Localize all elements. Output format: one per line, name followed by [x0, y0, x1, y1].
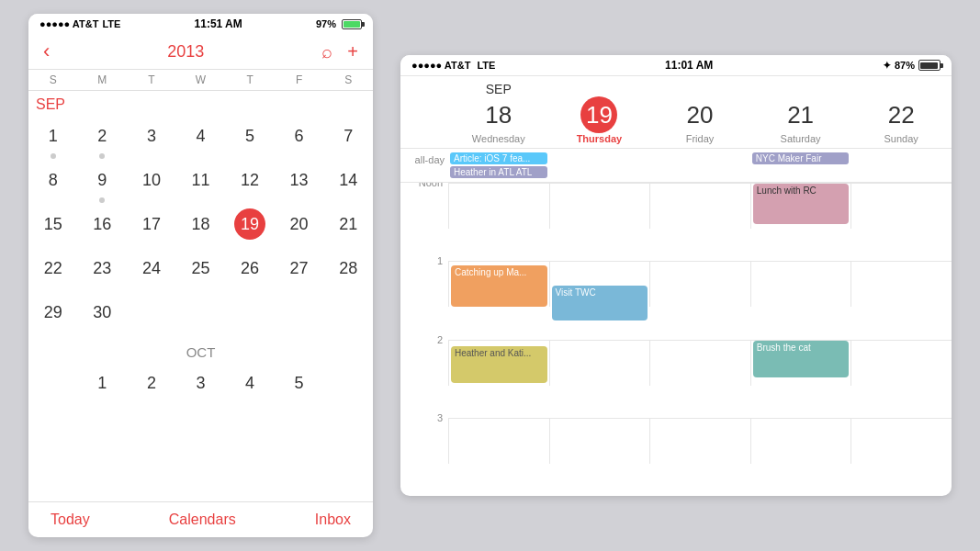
day-cell[interactable]: 4: [176, 118, 226, 163]
week-days-header: SEP 18 Wednesday 19 Thursday 20 Friday 2…: [400, 76, 952, 149]
day-cell-empty: [275, 295, 324, 339]
day-cell[interactable]: 20: [275, 207, 324, 251]
day-cell[interactable]: 28: [323, 251, 373, 295]
time-cell-wed-noon[interactable]: [448, 183, 549, 229]
day-cell[interactable]: 5: [275, 365, 324, 410]
time-cell-thu-noon[interactable]: [549, 183, 650, 229]
search-icon[interactable]: ⌕: [321, 41, 332, 62]
battery-fill-left: [344, 21, 360, 28]
event-visit-twc[interactable]: Visit TWC: [552, 286, 648, 320]
week-day-col-21[interactable]: 21 Saturday: [750, 76, 851, 148]
day-cell[interactable]: 6: [275, 118, 324, 163]
add-event-icon[interactable]: +: [347, 41, 358, 62]
allday-event-ios7[interactable]: Article: iOS 7 fea...: [450, 152, 547, 164]
day-cell[interactable]: 1: [28, 118, 78, 163]
day-cell[interactable]: 9: [78, 163, 128, 207]
day-cell[interactable]: 26: [225, 251, 275, 295]
time-cell-wed-3[interactable]: [448, 418, 549, 464]
day-number: 17: [136, 208, 167, 240]
day-cell[interactable]: 14: [323, 163, 373, 207]
time-label-3: 3: [400, 418, 448, 464]
day-cell[interactable]: 3: [127, 118, 176, 163]
time-cell-sat-3[interactable]: [750, 418, 851, 464]
day-cell[interactable]: 27: [275, 251, 324, 295]
allday-thu: [549, 151, 650, 154]
time-cell-sat-1[interactable]: [750, 261, 851, 307]
day-cell[interactable]: 3: [176, 365, 226, 410]
day-cell[interactable]: 10: [127, 163, 176, 207]
event-catching-up[interactable]: Catching up Ma...: [451, 265, 547, 307]
calendars-button[interactable]: Calendars: [169, 512, 236, 528]
today-button[interactable]: Today: [51, 512, 90, 528]
day-cell[interactable]: 22: [28, 251, 78, 295]
day-number: 22: [38, 253, 69, 284]
time-cell-sat-2[interactable]: Brush the cat: [750, 340, 851, 386]
day-number: 25: [185, 253, 216, 284]
event-brush-cat[interactable]: Brush the cat: [753, 341, 850, 377]
day-number: 7: [332, 120, 364, 152]
allday-event-heather[interactable]: Heather in ATL ATL: [450, 166, 547, 178]
day-cell[interactable]: 24: [127, 251, 176, 295]
header-icons: ⌕ +: [321, 41, 358, 62]
time-cell-fri-3[interactable]: [649, 418, 750, 464]
time-cell-sun-2[interactable]: [850, 340, 952, 386]
time-cell-thu-2[interactable]: [549, 340, 650, 386]
day-cell[interactable]: 13: [275, 163, 324, 207]
day-cell[interactable]: 11: [176, 163, 226, 207]
time-cell-wed-2[interactable]: Heather and Kati...: [448, 340, 549, 386]
week-month-sep: SEP: [486, 82, 512, 96]
day-cell[interactable]: 29: [28, 295, 78, 339]
day-cell[interactable]: 1: [78, 365, 128, 410]
day-cell[interactable]: 30: [78, 295, 128, 339]
day-cell[interactable]: 2: [127, 365, 176, 410]
day-cell[interactable]: 19: [225, 207, 275, 251]
time-cell-thu-3[interactable]: [549, 418, 650, 464]
day-cell[interactable]: 5: [225, 118, 275, 163]
week-day-col-20[interactable]: 20 Friday: [649, 76, 750, 148]
day-number: 24: [136, 253, 167, 284]
time-cell-sun-3[interactable]: [850, 418, 952, 464]
network-text-right: LTE: [477, 60, 495, 71]
day-cell[interactable]: 12: [225, 163, 275, 207]
week-day-col-19[interactable]: 19 Thursday: [549, 76, 650, 148]
event-heather-kati[interactable]: Heather and Kati...: [451, 346, 547, 383]
day-cell[interactable]: 15: [28, 207, 78, 251]
time-cell-sat-noon[interactable]: Lunch with RC: [750, 183, 851, 229]
inbox-button[interactable]: Inbox: [315, 512, 351, 528]
day-number-empty: [185, 297, 216, 328]
day-cell-empty: [28, 365, 78, 410]
back-year-button[interactable]: ‹: [43, 39, 50, 63]
weekday-f: F: [275, 70, 324, 90]
time-cell-sun-1[interactable]: [850, 261, 952, 307]
allday-sat: NYC Maker Fair: [750, 151, 851, 166]
event-lunch-rc[interactable]: Lunch with RC: [753, 184, 850, 224]
time-cell-fri-1[interactable]: [649, 261, 750, 307]
carrier-text: ●●●●● AT&T: [39, 18, 98, 29]
time-cell-sun-noon[interactable]: [850, 183, 952, 229]
week-day-col-22[interactable]: 22 Sunday: [850, 76, 952, 148]
day-cell-empty: [176, 295, 226, 339]
day-number: 2: [136, 367, 167, 399]
day-cell[interactable]: 7: [323, 118, 373, 163]
day-cell[interactable]: 16: [78, 207, 128, 251]
time-cell-wed-1[interactable]: Catching up Ma...: [448, 261, 549, 307]
day-number-empty: [38, 367, 69, 399]
day-cell[interactable]: 25: [176, 251, 226, 295]
time-cell-fri-noon[interactable]: [649, 183, 750, 229]
allday-event-nyc[interactable]: NYC Maker Fair: [752, 152, 850, 164]
day-cell[interactable]: 2: [78, 118, 128, 163]
day-cell[interactable]: 21: [323, 207, 373, 251]
day-dot: [51, 153, 56, 159]
day-cell[interactable]: 17: [127, 207, 176, 251]
day-cell[interactable]: 23: [78, 251, 128, 295]
day-number-empty: [332, 297, 364, 328]
day-cell[interactable]: 4: [225, 365, 275, 410]
week-day-name-sun: Sunday: [884, 133, 918, 144]
week-day-name-sat: Saturday: [781, 133, 821, 144]
day-cell[interactable]: 18: [176, 207, 226, 251]
week-day-col-18[interactable]: SEP 18 Wednesday: [448, 76, 549, 148]
time-cell-thu-1[interactable]: Visit TWC: [549, 261, 650, 307]
day-number: 9: [86, 164, 118, 196]
time-cell-fri-2[interactable]: [649, 340, 750, 386]
day-cell[interactable]: 8: [28, 163, 78, 207]
